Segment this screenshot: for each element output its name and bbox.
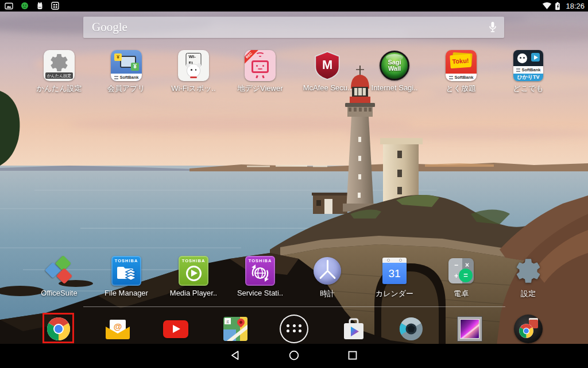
tv-smiley [252,60,269,73]
notification-area [5,2,59,10]
gallery-icon [458,317,482,341]
softbank-brand: SoftBank [111,74,142,81]
app-chideji-viewer[interactable]: REC 地デジViewer [231,49,289,94]
recents-icon [347,350,358,361]
dock-chrome[interactable] [41,313,76,345]
hikari-tv-icon: SoftBank ひかりTV [513,50,543,81]
settings-gear-icon [514,256,543,285]
dock-chrome-folder[interactable] [511,313,546,345]
toshiba-brand: TOSHIBA [111,258,141,263]
chrome-icon [519,323,534,339]
home-icon [288,350,300,361]
app-label: File Manager [105,289,148,297]
youtube-icon [163,320,188,338]
toku-card: Toku! [450,54,471,68]
app-label: McAfee Secu.. [303,83,352,92]
play-button-icon [531,53,540,62]
hikari-tv-band: ひかりTV [513,74,543,81]
clock-icon [314,257,341,285]
home-button[interactable] [288,349,300,362]
app-calendar[interactable]: 31 カレンダー [366,255,423,299]
softbank-logo-bars [449,76,453,79]
app-label: かんたん設定 [36,83,82,94]
play-store-icon [341,316,366,342]
app-media-player[interactable]: TOSHIBA Media Player.. [165,255,222,297]
calendar-day: 31 [382,263,407,284]
seal-character [517,53,527,63]
dock-google-maps[interactable]: g [218,313,253,345]
dog-character [187,64,200,77]
app-label: Internet Sagi.. [372,83,418,92]
status-bar[interactable]: 18:26 [0,0,588,12]
back-button[interactable] [229,349,242,362]
app-service-station[interactable]: TOSHIBA Service Stati.. [231,255,289,297]
officesuite-cubes-icon [43,255,75,287]
folder-icon [116,264,137,282]
app-wifi-spot[interactable]: Wi-Fi Wi-Fiスポッ.. [165,49,222,94]
app-kantan-settei[interactable]: かんたん設定 かんたん設定 [30,49,88,94]
dock-youtube[interactable] [158,313,193,345]
yen-tag-green: ¥ [131,63,139,71]
app-label: 時計 [320,289,335,299]
android-home-screen: 18:26 Google かんたん設定 かんたん設定 ¥ ¥ SoftBank … [0,0,588,368]
toshiba-brand: TOSHIBA [179,258,208,263]
wifi-spot-notification-icon [36,2,44,10]
dock-camera[interactable] [394,313,428,345]
app-file-manager[interactable]: TOSHIBA File Manager [98,255,155,297]
voice-search-button[interactable] [488,21,497,34]
gear-icon [49,52,69,73]
app-dokodemo-hikari-tv[interactable]: SoftBank ひかりTV どこでも [500,49,557,94]
screenshot-notification-icon [5,2,13,10]
mcafee-monogram: M [322,57,332,72]
microphone-icon [488,21,497,34]
settings-app-notification-icon [51,2,59,10]
calculator-icon: − × + = [448,258,474,283]
app-tokuhodai[interactable]: Toku! SoftBank とく放題 [432,49,490,94]
camera-icon [399,316,424,342]
navigation-bar [0,344,588,368]
app-label: どこでも [513,83,543,94]
wifi-icon [542,2,552,10]
app-label: 電卓 [454,289,469,299]
app-kaiin-app[interactable]: ¥ ¥ SoftBank 会員アプリ [98,49,155,94]
app-mcafee[interactable]: M McAfee Secu.. [299,49,356,92]
softbank-logo-bars [516,68,520,72]
app-label: 設定 [521,289,536,299]
google-g-badge: g [225,318,231,324]
dock-app-drawer[interactable] [277,313,311,345]
app-calculator[interactable]: − × + = 電卓 [432,255,490,299]
security-app-notification-icon [21,2,29,10]
dock-gallery[interactable] [452,313,487,345]
app-officesuite[interactable]: OfficeSuite [30,255,88,297]
globe-sync-icon [250,263,270,283]
dock-play-store[interactable] [336,313,371,345]
mcafee-shield-icon: M [314,51,341,80]
softbank-logo-bars [114,76,118,79]
app-clock[interactable]: 時計 [299,255,356,299]
google-logo: Google [92,20,127,34]
recents-button[interactable] [346,349,359,362]
app-settings[interactable]: 設定 [500,255,557,299]
softbank-brand: SoftBank [513,66,543,74]
folder-icon [514,315,543,343]
app-label: 地デジViewer [237,83,283,94]
clock-time: 18:26 [566,2,585,10]
app-drawer-icon [280,315,308,343]
app-label: Media Player.. [170,289,217,297]
selection-highlight [42,313,74,343]
app-label: Wi-Fiスポッ.. [171,83,215,94]
calendar-icon: 31 [382,258,407,284]
toshiba-brand: TOSHIBA [245,258,275,263]
app-label: Service Stati.. [237,289,283,297]
app-internet-sagiwall[interactable]: Sagi Wall Internet Sagi.. [366,49,423,92]
dock-divider [83,306,505,307]
google-search-bar[interactable]: Google [83,17,504,38]
dock-email[interactable]: @ [100,313,135,345]
email-icon: @ [106,319,130,339]
app-label: カレンダー [376,289,413,299]
play-circle-icon [186,266,202,281]
app-label: OfficeSuite [41,289,77,297]
icon-band: かんたん設定 [45,72,73,79]
yen-tag-yellow: ¥ [114,53,122,61]
app-label: 会員アプリ [107,83,145,94]
